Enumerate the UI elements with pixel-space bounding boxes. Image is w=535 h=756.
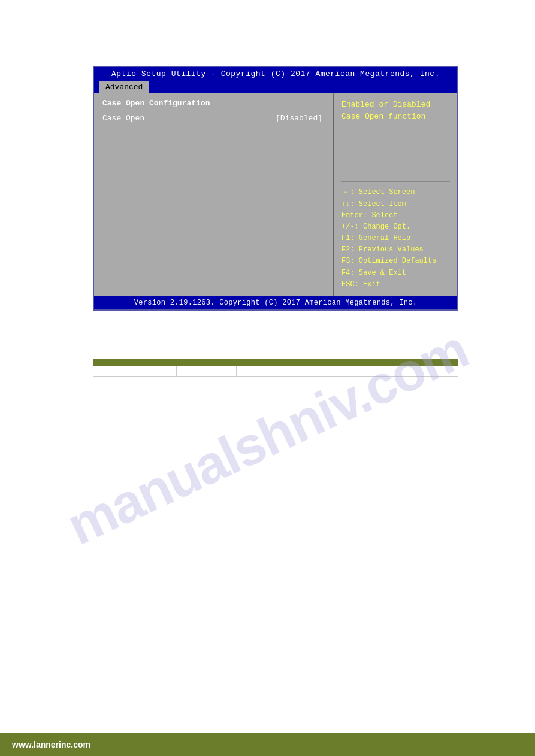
site-footer: www.lannerinc.com (0, 733, 535, 756)
keyboard-shortcuts: →←: Select Screen ↑↓: Select Item Enter:… (341, 187, 450, 290)
table-header-col3 (237, 359, 458, 366)
shortcut-f4: F4: Save & Exit (341, 268, 450, 279)
shortcut-select-item: ↑↓: Select Item (341, 199, 450, 210)
table-row: Case Open [Disabled] (102, 114, 325, 123)
table-cell-2 (177, 366, 237, 376)
bios-screen: Aptio Setup Utility - Copyright (C) 2017… (93, 66, 458, 311)
table-header-row (93, 359, 458, 366)
shortcut-enter: Enter: Select (341, 210, 450, 221)
section-title: Case Open Configuration (102, 99, 325, 108)
table-cell-1 (93, 366, 177, 376)
bios-tab-row: Advanced (94, 81, 457, 93)
bios-footer: Version 2.19.1263. Copyright (C) 2017 Am… (94, 296, 457, 309)
case-open-label: Case Open (102, 114, 273, 123)
table-cell-3 (237, 366, 458, 376)
shortcut-select-screen: →←: Select Screen (341, 187, 450, 198)
table-header-col2 (177, 359, 237, 366)
shortcut-esc: ESC: Exit (341, 279, 450, 290)
bios-title-bar: Aptio Setup Utility - Copyright (C) 2017… (94, 67, 457, 81)
table-section (93, 359, 458, 377)
site-footer-url: www.lannerinc.com (12, 740, 90, 749)
table-row (93, 366, 458, 377)
tab-advanced[interactable]: Advanced (99, 81, 149, 93)
shortcut-f1: F1: General Help (341, 233, 450, 244)
help-text: Enabled or DisabledCase Open function (341, 99, 450, 182)
case-open-value[interactable]: [Disabled] (273, 114, 325, 123)
bios-right-panel: Enabled or DisabledCase Open function →←… (334, 93, 457, 296)
table-header-col1 (93, 359, 177, 366)
bios-main-content: Case Open Configuration Case Open [Disab… (94, 93, 457, 296)
watermark: manualshniv.com (12, 297, 523, 579)
shortcut-f2: F2: Previous Values (341, 244, 450, 256)
bios-left-panel: Case Open Configuration Case Open [Disab… (94, 93, 334, 296)
shortcut-change-opt: +/-: Change Opt. (341, 221, 450, 233)
shortcut-f3: F3: Optimized Defaults (341, 256, 450, 267)
